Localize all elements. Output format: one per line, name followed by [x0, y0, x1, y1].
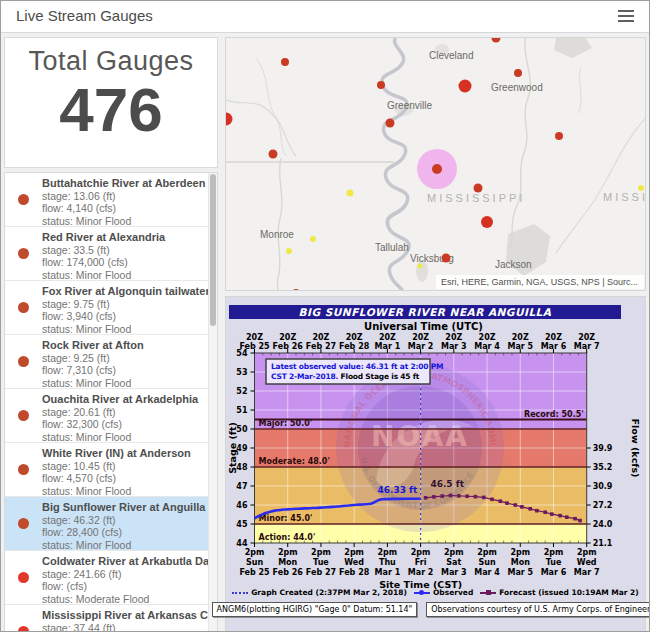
observed-marker — [414, 592, 430, 594]
selected-gauge-dot[interactable] — [432, 164, 442, 174]
stage-axis-label: Stage (ft) — [227, 422, 238, 474]
gauge-stage: stage: 33.5 (ft) — [42, 244, 204, 256]
gauge-list-item[interactable]: Big Sunflower River at Anguillastage: 46… — [5, 497, 208, 551]
map-gauge-dot[interactable] — [226, 113, 233, 126]
svg-text:Fri: Fri — [415, 558, 427, 567]
svg-text:Mar 6: Mar 6 — [541, 568, 567, 577]
svg-text:20Z: 20Z — [512, 333, 529, 342]
map-gauge-dot[interactable] — [474, 184, 483, 193]
flood-band-label: Action: 44.0' — [259, 533, 316, 542]
hamburger-menu-icon[interactable] — [616, 7, 636, 25]
gauge-flow: flow: 174,000 (cfs) — [42, 256, 204, 268]
svg-text:Sun: Sun — [246, 558, 263, 567]
svg-text:46: 46 — [236, 501, 248, 510]
map-gauge-dot[interactable] — [386, 119, 395, 128]
map-gauge-dot[interactable] — [377, 81, 385, 89]
svg-text:Feb 27: Feb 27 — [306, 568, 336, 577]
gauge-status-dot — [18, 626, 29, 632]
gauge-list-item[interactable]: Red River at Alexandriastage: 33.5 (ft)f… — [5, 227, 208, 281]
svg-text:Sat: Sat — [446, 558, 461, 567]
svg-text:2pm: 2pm — [378, 548, 398, 557]
map-gauge-dot[interactable] — [269, 150, 278, 159]
forecast-point-marker — [482, 496, 486, 500]
forecast-point-marker — [499, 499, 503, 503]
gauge-status: status: Minor Flood — [42, 269, 204, 281]
gauge-list-item[interactable]: Fox River at Algonquin tailwaterstage: 9… — [5, 281, 208, 335]
gauge-flow: flow: (cfs) — [42, 580, 204, 592]
gauge-list-item[interactable]: Buttahatchie River at Aberdeenstage: 13.… — [5, 173, 208, 227]
forecast-point-marker — [565, 515, 569, 519]
gauge-name: Ouachita River at Arkadelphia — [42, 393, 204, 406]
svg-text:Tue: Tue — [313, 558, 329, 567]
graph-created-marker — [232, 592, 248, 594]
forecast-point-marker — [513, 503, 517, 507]
app-header: Live Stream Gauges — [0, 0, 650, 33]
map-gauge-dot[interactable] — [310, 236, 316, 242]
gauge-list: Buttahatchie River at Aberdeenstage: 13.… — [5, 173, 208, 632]
forecast-point-marker — [558, 514, 562, 518]
gauge-flow: flow: 7,310 (cfs) — [42, 364, 204, 376]
gauge-list-card: Buttahatchie River at Aberdeenstage: 13.… — [4, 172, 218, 632]
map-gauge-dot[interactable] — [492, 38, 501, 43]
gauge-stage: stage: 20.61 (ft) — [42, 406, 204, 418]
gauge-list-item[interactable]: White River (IN) at Andersonstage: 10.45… — [5, 443, 208, 497]
map-state-label: MISSISS — [603, 191, 645, 203]
svg-text:24.0: 24.0 — [593, 520, 613, 529]
gauge-flow: flow: 28,400 (cfs) — [42, 526, 204, 538]
svg-text:2pm: 2pm — [477, 548, 497, 557]
map-gauge-dot[interactable] — [442, 254, 451, 263]
svg-text:Mar 4: Mar 4 — [474, 342, 500, 351]
map-gauge-dot[interactable] — [281, 58, 289, 66]
map-panel[interactable]: ClevelandGreenwoodGreenvilleMonroeTallul… — [225, 37, 646, 291]
total-gauges-card: Total Gauges 476 — [4, 37, 218, 168]
svg-text:Mon: Mon — [511, 558, 530, 567]
map-canvas[interactable]: ClevelandGreenwoodGreenvilleMonroeTallul… — [226, 38, 645, 290]
map-gauge-dot[interactable] — [555, 132, 563, 140]
list-scrollbar[interactable] — [208, 173, 217, 631]
hydrograph-panel: NOAA NATIONAL OCEANIC AND ATMOSPHERIC AD… — [225, 296, 646, 632]
map-gauge-dot[interactable] — [286, 248, 292, 254]
forecast-point-marker — [535, 509, 539, 513]
gauge-list-item[interactable]: Rock River at Aftonstage: 9.25 (ft)flow:… — [5, 335, 208, 389]
svg-text:45: 45 — [236, 520, 248, 529]
svg-text:20Z: 20Z — [246, 333, 263, 342]
map-gauge-dot[interactable] — [347, 190, 354, 197]
flow-axis-label: Flow (kcfs) — [630, 419, 641, 478]
svg-text:2pm: 2pm — [510, 548, 530, 557]
forecast-point-marker — [573, 517, 577, 521]
gauge-list-item[interactable]: Mississippi River at Arkansas Citystage:… — [5, 605, 208, 632]
svg-text:Mar 4: Mar 4 — [474, 568, 500, 577]
gauge-stage: stage: 37.44 (ft) — [42, 622, 204, 632]
svg-text:Mar 3: Mar 3 — [441, 568, 467, 577]
gauge-stage: stage: 9.75 (ft) — [42, 298, 204, 310]
gauge-status-dot — [18, 410, 29, 421]
flood-band-label: Major: 50.0' — [259, 419, 313, 428]
map-city-label: Greenville — [387, 100, 432, 111]
gauge-list-item[interactable]: Ouachita River at Arkadelphiastage: 20.6… — [5, 389, 208, 443]
forecast-point-marker — [550, 512, 554, 516]
map-gauge-dot[interactable] — [292, 289, 300, 290]
chart-legend: Graph Created (2:37PM Mar 2, 2018) Obser… — [226, 588, 645, 597]
map-gauge-dot[interactable] — [638, 185, 644, 191]
svg-text:20Z: 20Z — [312, 333, 329, 342]
forecast-point-marker — [505, 501, 509, 505]
gauge-status-dot — [18, 248, 29, 259]
map-gauge-dot[interactable] — [514, 69, 522, 77]
gauge-name: Mississippi River at Arkansas City — [42, 609, 204, 622]
point-value-label: 46.33 ft — [377, 485, 418, 495]
forecast-point-marker — [440, 494, 444, 498]
forecast-point-marker — [474, 495, 478, 499]
svg-text:39.9: 39.9 — [593, 444, 613, 453]
gauge-status-dot — [18, 302, 29, 313]
point-value-label: 46.5 ft — [430, 479, 464, 489]
map-gauge-dot[interactable] — [459, 80, 472, 93]
map-gauge-dot[interactable] — [481, 216, 493, 228]
svg-text:51: 51 — [236, 406, 248, 415]
chart-footnotes: ANGM6(plotting HGIRG) "Gage 0" Datum: 51… — [226, 602, 645, 617]
svg-text:21.1: 21.1 — [593, 539, 613, 548]
gauge-stage: stage: 10.45 (ft) — [42, 460, 204, 472]
svg-text:CST 2-Mar-2018. Flood Stage is: CST 2-Mar-2018. Flood Stage is 45 ft — [271, 372, 420, 381]
gauge-list-item[interactable]: Coldwater River at Arkabutla Damstage: 2… — [5, 551, 208, 605]
scrollbar-thumb[interactable] — [210, 174, 216, 326]
map-gauge-dot[interactable] — [418, 264, 423, 269]
